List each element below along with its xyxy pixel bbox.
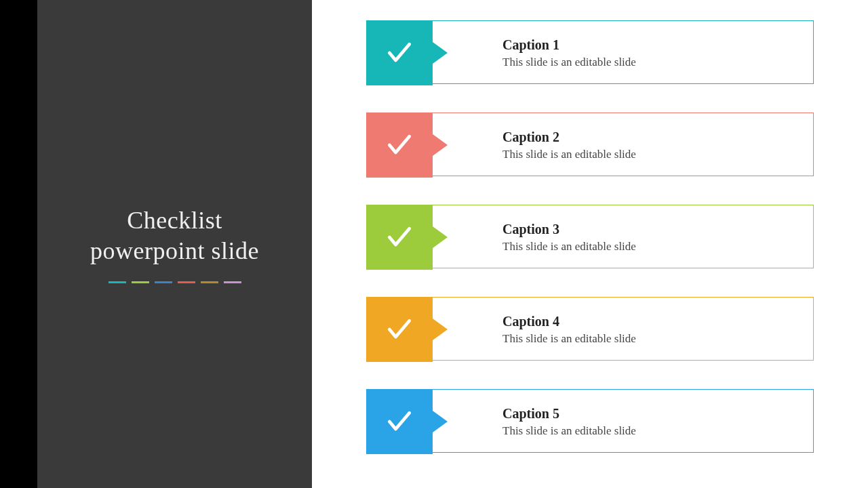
arrow-icon — [433, 319, 448, 340]
item-subtitle: This slide is an editable slide — [502, 148, 636, 161]
item-subtitle: This slide is an editable slide — [502, 332, 636, 346]
item-tag — [366, 389, 433, 454]
item-text: Caption 5 This slide is an editable slid… — [502, 390, 636, 453]
item-caption: Caption 3 — [502, 222, 636, 237]
accent-dash — [108, 281, 126, 283]
accent-dash-row — [108, 281, 241, 283]
checklist-item: Caption 1 This slide is an editable slid… — [366, 20, 814, 84]
accent-dash — [155, 281, 172, 283]
item-tag — [366, 20, 433, 85]
item-caption: Caption 2 — [502, 129, 636, 145]
item-text: Caption 2 This slide is an editable slid… — [502, 113, 636, 177]
checklist: Caption 1 This slide is an editable slid… — [366, 20, 827, 453]
checklist-item: Caption 2 This slide is an editable slid… — [366, 113, 814, 176]
accent-dash — [178, 281, 195, 283]
item-text: Caption 4 This slide is an editable slid… — [502, 298, 636, 361]
checklist-item: Caption 4 This slide is an editable slid… — [366, 297, 814, 361]
title-line-1: Checklist — [127, 207, 222, 234]
title-line-2: powerpoint slide — [90, 237, 259, 264]
arrow-icon — [433, 134, 448, 156]
item-caption: Caption 4 — [502, 314, 636, 329]
accent-dash — [224, 281, 241, 283]
item-tag — [366, 297, 433, 362]
item-tag — [366, 113, 433, 178]
item-subtitle: This slide is an editable slide — [502, 424, 636, 438]
accent-dash — [132, 281, 149, 283]
slide-title: Checklist powerpoint slide — [90, 205, 259, 266]
item-caption: Caption 1 — [502, 37, 636, 53]
checklist-item: Caption 3 This slide is an editable slid… — [366, 205, 814, 268]
checklist-item: Caption 5 This slide is an editable slid… — [366, 389, 814, 453]
item-subtitle: This slide is an editable slide — [502, 240, 636, 253]
item-tag — [366, 205, 433, 270]
check-icon — [384, 407, 414, 436]
check-icon — [384, 222, 414, 252]
item-subtitle: This slide is an editable slide — [502, 56, 636, 69]
check-icon — [384, 38, 414, 68]
left-black-strip — [0, 0, 37, 488]
accent-dash — [201, 281, 218, 283]
item-caption: Caption 5 — [502, 406, 636, 422]
item-text: Caption 3 This slide is an editable slid… — [502, 205, 636, 269]
title-panel: Checklist powerpoint slide — [37, 0, 312, 488]
slide-stage: Checklist powerpoint slide Caption 1 Thi… — [0, 0, 868, 488]
item-text: Caption 1 This slide is an editable slid… — [502, 21, 636, 85]
check-icon — [384, 130, 414, 160]
arrow-icon — [433, 42, 448, 64]
arrow-icon — [433, 226, 448, 248]
check-icon — [384, 314, 414, 344]
arrow-icon — [433, 411, 448, 432]
